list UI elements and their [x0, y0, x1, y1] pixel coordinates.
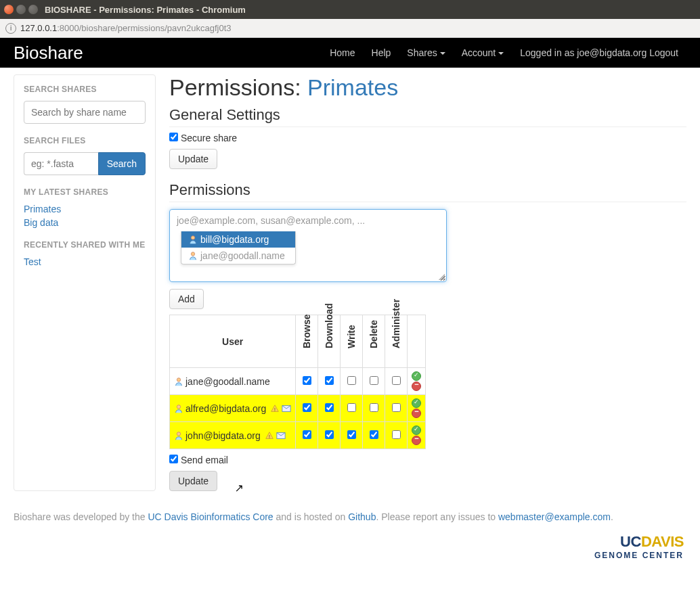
chevron-down-icon — [498, 52, 504, 55]
nav-help[interactable]: Help — [364, 47, 399, 58]
latest-shares-heading: MY LATEST SHARES — [24, 187, 146, 197]
perm-administer-checkbox[interactable] — [392, 403, 401, 412]
window-maximize-icon[interactable] — [28, 5, 38, 14]
perm-download-checkbox[interactable] — [325, 430, 334, 439]
top-navbar: Bioshare Home Help Shares Account Logged… — [0, 38, 700, 68]
remove-icon[interactable] — [412, 436, 421, 445]
main-content: Permissions: Primates General Settings S… — [169, 74, 686, 491]
user-icon — [174, 404, 183, 413]
svg-point-3 — [177, 405, 180, 408]
general-settings-heading: General Settings — [169, 106, 686, 127]
add-users-textarea[interactable]: joe@example.com, susan@example.com, ... … — [169, 209, 447, 282]
perm-browse-checkbox[interactable] — [303, 403, 311, 412]
perm-write-checkbox[interactable] — [347, 430, 356, 439]
user-icon — [188, 251, 198, 260]
brand-logo[interactable]: Bioshare — [14, 43, 83, 64]
search-shares-input[interactable] — [24, 101, 146, 124]
perm-browse-checkbox[interactable] — [303, 430, 311, 439]
footer: Bioshare was developed by the UC Davis B… — [0, 505, 700, 529]
perm-browse-checkbox[interactable] — [303, 376, 311, 385]
search-files-heading: SEARCH FILES — [24, 136, 146, 145]
col-browse: Browse — [296, 315, 318, 368]
remove-icon[interactable] — [412, 409, 421, 418]
sidebar-link-bigdata[interactable]: Big data — [24, 217, 146, 228]
perm-delete-checkbox[interactable] — [370, 403, 378, 412]
suggestion-item[interactable]: jane@goodall.name — [181, 248, 295, 264]
nav-shares[interactable]: Shares — [399, 47, 453, 58]
search-files-input[interactable] — [24, 152, 98, 175]
window-close-icon[interactable] — [4, 5, 14, 14]
ucdavis-logo: UCDAVIS GENOME CENTER — [0, 529, 700, 574]
footer-link-github[interactable]: Github — [348, 511, 376, 522]
nav-home[interactable]: Home — [322, 47, 363, 58]
warning-icon: ! — [265, 431, 274, 440]
col-user: User — [170, 315, 296, 368]
col-delete: Delete — [363, 315, 385, 368]
window-minimize-icon[interactable] — [16, 5, 26, 14]
col-administer: Administer — [385, 315, 408, 368]
perm-write-checkbox[interactable] — [347, 376, 356, 385]
add-users-button[interactable]: Add — [169, 289, 204, 309]
sidebar-link-test[interactable]: Test — [24, 256, 146, 267]
send-email-label[interactable]: Send email — [169, 455, 228, 465]
search-button[interactable]: Search — [98, 152, 146, 175]
perm-delete-checkbox[interactable] — [370, 376, 378, 385]
share-name-link[interactable]: Primates — [307, 74, 398, 100]
table-row: jane@goodall.name — [170, 368, 426, 395]
resize-handle[interactable] — [438, 273, 445, 280]
user-suggestion-dropdown: bill@bigdata.org jane@goodall.name — [181, 231, 296, 264]
permissions-table: User Browse Download Write Delete Admini… — [169, 315, 426, 449]
browser-url-bar[interactable]: i 127.0.0.1 :8000/bioshare/permissions/p… — [0, 19, 700, 38]
footer-link-webmaster[interactable]: webmaster@example.com — [498, 511, 611, 522]
site-info-icon[interactable]: i — [5, 23, 16, 34]
suggestion-item[interactable]: bill@bigdata.org — [181, 231, 295, 248]
recent-shared-heading: RECENTLY SHARED WITH ME — [24, 240, 146, 250]
mail-icon[interactable] — [276, 431, 286, 440]
svg-point-1 — [191, 252, 194, 256]
user-cell: john@bigdata.org! — [174, 430, 291, 441]
sidebar-link-primates[interactable]: Primates — [24, 204, 146, 214]
window-titlebar: BIOSHARE - Permissions: Primates - Chrom… — [0, 0, 700, 19]
window-title: BIOSHARE - Permissions: Primates - Chrom… — [45, 5, 246, 15]
url-path: :8000/bioshare/permissions/pavn2ukcagfj0… — [57, 23, 231, 33]
svg-text:!: ! — [269, 434, 270, 438]
chevron-down-icon — [440, 52, 445, 55]
col-write: Write — [341, 315, 363, 368]
svg-point-6 — [177, 432, 180, 435]
user-icon — [174, 431, 183, 440]
nav-account[interactable]: Account — [454, 47, 512, 58]
secure-share-label[interactable]: Secure share — [169, 133, 237, 143]
perm-administer-checkbox[interactable] — [392, 376, 401, 385]
send-email-checkbox[interactable] — [169, 455, 178, 463]
user-cell: alfred@bigdata.org! — [174, 403, 291, 414]
footer-link-core[interactable]: UC Davis Bioinformatics Core — [148, 511, 273, 522]
page-title: Permissions: Primates — [169, 74, 686, 101]
perm-delete-checkbox[interactable] — [370, 430, 378, 439]
update-settings-button[interactable]: Update — [169, 149, 217, 169]
user-cell: jane@goodall.name — [174, 376, 291, 387]
warning-icon: ! — [270, 404, 280, 413]
svg-point-2 — [177, 377, 180, 381]
table-row: john@bigdata.org! — [170, 422, 426, 449]
table-row: alfred@bigdata.org! — [170, 395, 426, 422]
col-actions — [408, 315, 426, 368]
update-permissions-button[interactable]: Update — [169, 471, 217, 491]
confirm-icon[interactable] — [412, 426, 421, 435]
user-icon — [188, 235, 198, 244]
col-download: Download — [318, 315, 341, 368]
nav-logged-in[interactable]: Logged in as joe@bigdata.org Logout — [512, 47, 686, 58]
perm-write-checkbox[interactable] — [347, 403, 356, 412]
sidebar: SEARCH SHARES SEARCH FILES Search MY LAT… — [14, 74, 156, 491]
svg-text:!: ! — [274, 407, 276, 411]
perm-administer-checkbox[interactable] — [392, 430, 401, 439]
url-host: 127.0.0.1 — [20, 23, 57, 33]
secure-share-checkbox[interactable] — [169, 133, 178, 141]
mail-icon[interactable] — [282, 404, 291, 413]
search-shares-heading: SEARCH SHARES — [24, 85, 146, 94]
confirm-icon[interactable] — [412, 371, 421, 381]
confirm-icon[interactable] — [412, 398, 421, 408]
perm-download-checkbox[interactable] — [325, 403, 334, 412]
perm-download-checkbox[interactable] — [325, 376, 334, 385]
remove-icon[interactable] — [412, 382, 421, 391]
svg-point-0 — [191, 236, 194, 239]
